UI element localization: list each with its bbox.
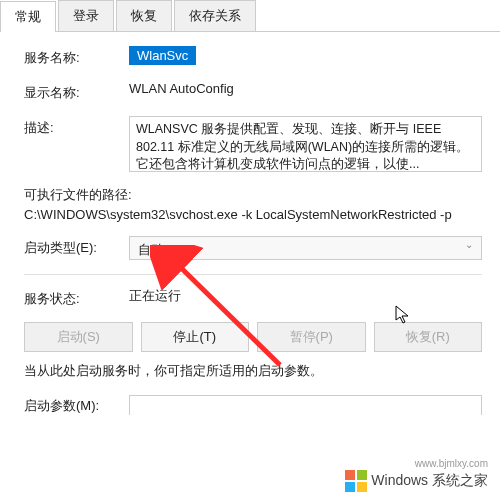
tab-dependencies[interactable]: 依存关系 <box>174 0 256 31</box>
watermark-url: www.bjmlxy.com <box>415 458 488 469</box>
svg-rect-4 <box>357 482 367 492</box>
watermark: www.bjmlxy.com Windows 系统之家 <box>345 470 488 492</box>
service-status-value: 正在运行 <box>129 287 181 305</box>
divider <box>24 274 482 275</box>
tab-bar: 常规 登录 恢复 依存关系 <box>0 0 500 32</box>
startup-hint: 当从此处启动服务时，你可指定所适用的启动参数。 <box>24 362 482 380</box>
service-name-label: 服务名称: <box>24 46 129 67</box>
tab-content: 服务名称: WlanSvc 显示名称: WLAN AutoConfig 描述: … <box>0 32 500 423</box>
start-param-label: 启动参数(M): <box>24 394 129 415</box>
svg-rect-2 <box>357 470 367 480</box>
tab-logon[interactable]: 登录 <box>58 0 114 31</box>
description-textarea[interactable]: WLANSVC 服务提供配置、发现、连接、断开与 IEEE 802.11 标准定… <box>129 116 482 172</box>
control-buttons: 启动(S) 停止(T) 暂停(P) 恢复(R) <box>24 322 482 352</box>
tab-recovery[interactable]: 恢复 <box>116 0 172 31</box>
exe-path-value: C:\WINDOWS\system32\svchost.exe -k Local… <box>24 207 482 222</box>
display-name-label: 显示名称: <box>24 81 129 102</box>
stop-button[interactable]: 停止(T) <box>141 322 250 352</box>
pause-button: 暂停(P) <box>257 322 366 352</box>
start-param-input[interactable] <box>129 395 482 415</box>
startup-type-label: 启动类型(E): <box>24 236 129 257</box>
service-name-value[interactable]: WlanSvc <box>129 46 196 65</box>
service-status-label: 服务状态: <box>24 287 129 308</box>
tab-general[interactable]: 常规 <box>0 1 56 32</box>
startup-type-select[interactable]: 自动 <box>129 236 482 260</box>
display-name-value: WLAN AutoConfig <box>129 81 234 96</box>
resume-button: 恢复(R) <box>374 322 483 352</box>
start-button: 启动(S) <box>24 322 133 352</box>
description-label: 描述: <box>24 116 129 137</box>
exe-path-label: 可执行文件的路径: <box>24 186 482 204</box>
svg-rect-1 <box>345 470 355 480</box>
watermark-text: Windows 系统之家 <box>371 472 488 490</box>
windows-logo-icon <box>345 470 367 492</box>
svg-rect-3 <box>345 482 355 492</box>
